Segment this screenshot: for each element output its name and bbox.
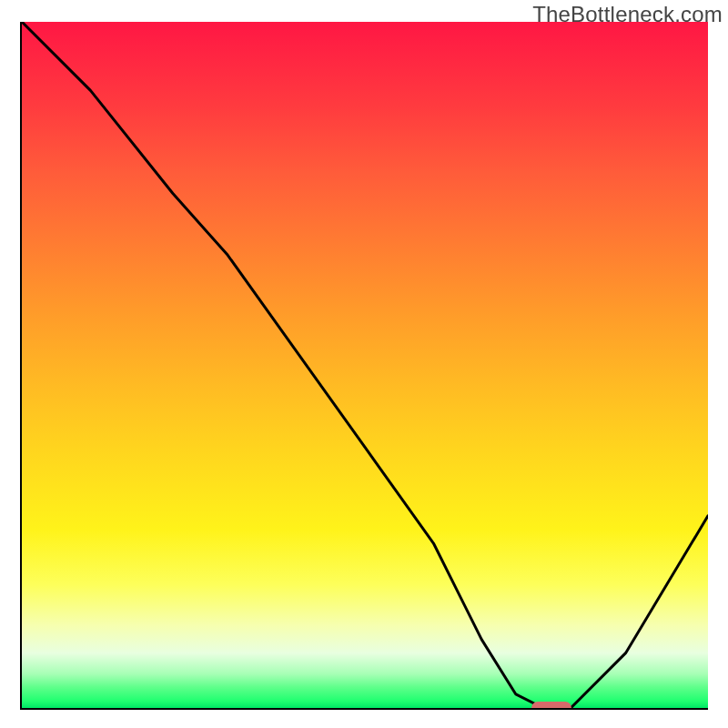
- minimum-marker: [531, 702, 571, 710]
- watermark-text: TheBottleneck.com: [532, 2, 723, 27]
- curve-layer: [22, 22, 708, 708]
- chart-stage: TheBottleneck.com: [0, 0, 728, 728]
- plot-frame: [20, 22, 708, 710]
- bottleneck-curve: [22, 22, 708, 708]
